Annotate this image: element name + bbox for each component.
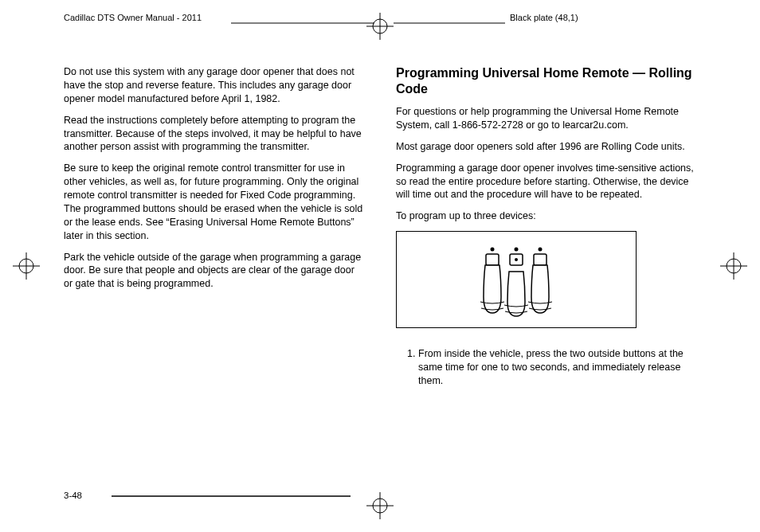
body-paragraph: Programming a garage door opener involve…: [396, 162, 696, 202]
svg-rect-20: [534, 254, 546, 265]
header-manual-title: Cadillac DTS Owner Manual - 2011: [64, 13, 202, 22]
register-mark-left-icon: [13, 252, 40, 280]
svg-point-14: [491, 248, 495, 252]
svg-point-19: [515, 258, 518, 261]
hands-pressing-buttons-illustration: [396, 231, 637, 328]
left-column: Do not use this system with any garage d…: [64, 65, 364, 394]
footer-rule-icon: [112, 495, 351, 497]
procedure-step: From inside the vehicle, press the two o…: [418, 347, 696, 388]
svg-point-16: [539, 248, 543, 252]
page-number: 3-48: [64, 491, 82, 500]
section-heading: Programming Universal Home Remote — Roll…: [396, 65, 696, 97]
body-paragraph: Do not use this system with any garage d…: [64, 65, 364, 106]
procedure-list: From inside the vehicle, press the two o…: [396, 347, 696, 388]
body-paragraph: Most garage door openers sold after 1996…: [396, 140, 696, 154]
body-paragraph: Read the instructions completely before …: [64, 114, 364, 155]
body-paragraph: For questions or help programming the Un…: [396, 105, 696, 132]
body-paragraph: Be sure to keep the original remote cont…: [64, 162, 364, 242]
register-mark-top-icon: [366, 13, 394, 40]
header-plate-info: Black plate (48,1): [510, 13, 578, 22]
svg-rect-17: [486, 254, 499, 265]
body-paragraph: To program up to three devices:: [396, 209, 696, 223]
body-paragraph: Park the vehicle outside of the garage w…: [64, 251, 364, 291]
header-rule-right-icon: [394, 22, 505, 24]
right-column: Programming Universal Home Remote — Roll…: [396, 65, 696, 394]
svg-point-15: [515, 248, 519, 252]
register-mark-right-icon: [720, 252, 747, 280]
header-rule-left-icon: [231, 22, 374, 24]
